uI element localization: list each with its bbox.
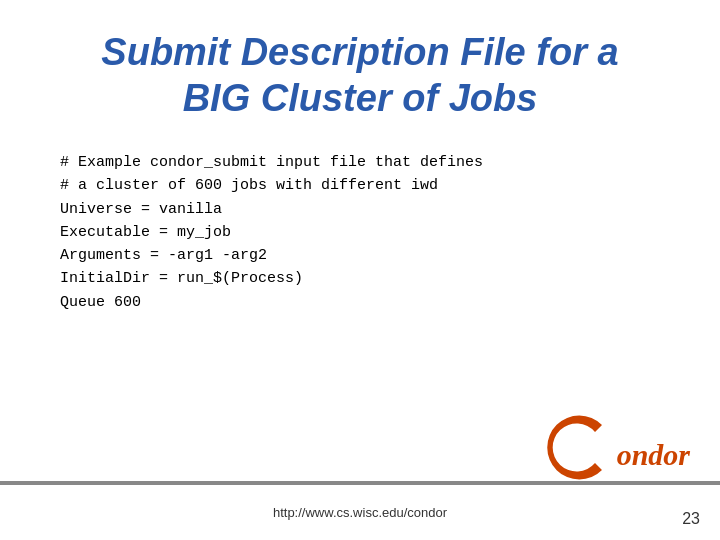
condor-c-icon	[547, 415, 612, 480]
code-block: # Example condor_submit input file that …	[60, 151, 670, 314]
footer-url: http://www.cs.wisc.edu/condor	[273, 505, 447, 520]
title-line2: BIG Cluster of Jobs	[50, 76, 670, 122]
condor-logo: ondor	[570, 410, 690, 480]
title-line1: Submit Description File for a	[50, 30, 670, 76]
code-line-7: Queue 600	[60, 291, 670, 314]
code-line-6: InitialDir = run_$(Process)	[60, 267, 670, 290]
code-line-5: Arguments = -arg1 -arg2	[60, 244, 670, 267]
slide: Submit Description File for a BIG Cluste…	[0, 0, 720, 540]
code-line-4: Executable = my_job	[60, 221, 670, 244]
bottom-bar	[0, 481, 720, 485]
code-line-3: Universe = vanilla	[60, 198, 670, 221]
footer: http://www.cs.wisc.edu/condor	[0, 505, 720, 520]
code-line-2: # a cluster of 600 jobs with different i…	[60, 174, 670, 197]
condor-text: ondor	[617, 438, 690, 472]
slide-title: Submit Description File for a BIG Cluste…	[50, 30, 670, 121]
code-line-1: # Example condor_submit input file that …	[60, 151, 670, 174]
page-number: 23	[682, 510, 700, 528]
